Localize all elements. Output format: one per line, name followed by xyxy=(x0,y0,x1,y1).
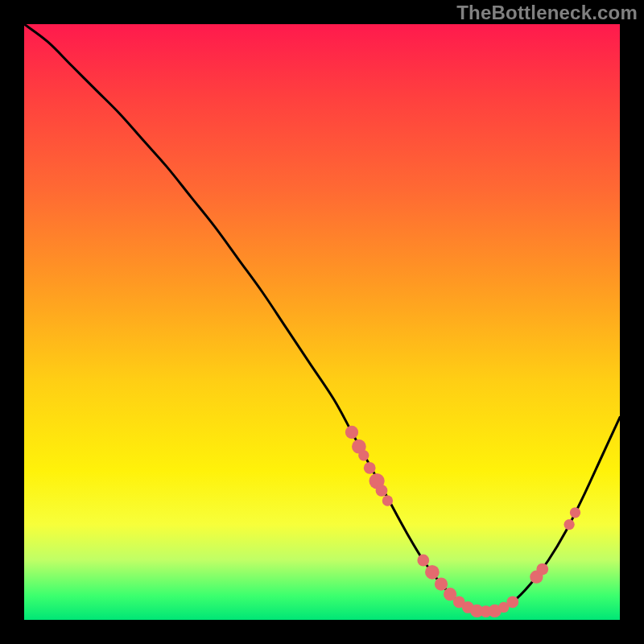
curve-marker xyxy=(435,577,448,590)
plot-area xyxy=(24,24,620,620)
curve-marker xyxy=(536,564,548,576)
curve-markers xyxy=(345,426,580,617)
curve-marker xyxy=(382,495,393,506)
curve-marker xyxy=(358,450,369,460)
chart-stage: TheBottleneck.com xyxy=(0,0,644,644)
curve-marker xyxy=(376,485,388,497)
curve-marker xyxy=(345,426,358,439)
curve-marker xyxy=(564,519,574,530)
bottleneck-curve xyxy=(24,24,620,612)
curve-marker xyxy=(364,462,376,474)
curve-marker xyxy=(417,555,429,567)
watermark-text: TheBottleneck.com xyxy=(456,2,638,24)
curve-marker xyxy=(425,565,440,580)
curve-svg xyxy=(24,24,620,620)
curve-marker xyxy=(506,596,518,608)
curve-marker xyxy=(570,507,580,518)
